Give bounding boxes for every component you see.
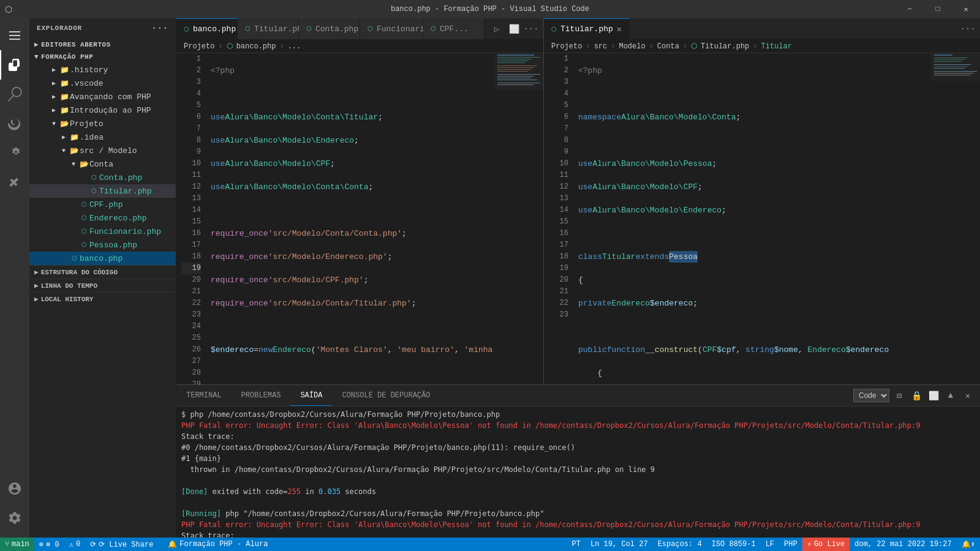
sidebar-item-vscode[interactable]: ▶ 📁 .vscode [29,77,176,90]
terminal-area: TERMINAL PROBLEMAS SAÍDA CONSOLE DE DEPU… [176,384,980,538]
warnings-item[interactable]: ⚠ 0 [64,538,85,551]
sidebar-item-pessoa-php[interactable]: ▶ ⬡ Pessoa.php [29,238,176,252]
terminal-line: [Running] php "/home/contass/Dropbox2/Cu… [181,508,975,519]
right-editor-pane: ⬡ Titular.php ✕ ··· Projeto › src › [544,18,980,384]
php-file-icon: ⬡ [431,25,436,32]
more-actions-button[interactable]: ··· [960,21,975,36]
code-line: public function __construct(CPF $cpf, st… [578,344,926,356]
sidebar-item-conta-php[interactable]: ▶ ⬡ Conta.php [29,171,176,184]
local-history-header[interactable]: ▶ LOCAL HISTORY [29,293,176,305]
tab-debug-console[interactable]: CONSOLE DE DEPURAÇÃO [332,385,440,406]
sidebar-item-history[interactable]: ▶ 📁 .history [29,63,176,77]
tab-output[interactable]: SAÍDA [290,385,332,406]
more-actions-button[interactable]: ··· [524,21,538,36]
sidebar-item-src-modelo[interactable]: ▼ 📂 src / Modelo [29,144,176,157]
tab-banco-php[interactable]: ⬡ banco.php ✕ [176,18,238,39]
svg-rect-2 [9,39,20,40]
run-button[interactable]: ▷ [489,21,504,36]
locale-item[interactable]: PT [567,538,586,551]
close-terminal-button[interactable]: ✕ [960,388,975,403]
svg-rect-18 [494,53,543,90]
split-editor-button[interactable]: ⬜ [507,21,521,36]
errors-item[interactable]: ⊗ ⊗ 0 [34,538,64,551]
file-tree: ▶ 📁 .history ▶ 📁 .vscode ▶ 📁 Avançando c… [29,63,176,265]
sidebar-item-projeto[interactable]: ▼ 📂 Projeto [29,117,176,130]
git-icon: ⑂ [5,540,9,549]
tab-titular-php[interactable]: ⬡ Titular.php [238,18,299,39]
maximize-button[interactable]: □ [924,0,952,18]
sidebar-item-conta-folder[interactable]: ▼ 📂 Conta [29,157,176,171]
encoding-item[interactable]: ISO 8859-1 [707,538,761,551]
maximize-terminal-button[interactable]: ▲ [943,388,958,403]
git-branch-item[interactable]: ⑂ main [0,538,34,551]
minimap-left [494,53,543,384]
breadcrumb-modelo[interactable]: Modelo [619,42,645,51]
live-share-item[interactable]: ⟳ ⟳ Live Share [85,538,158,551]
clear-output-button[interactable]: ⊟ [892,388,907,403]
extensions-button[interactable] [0,168,29,197]
terminal-line: PHP Fatal error: Uncaught Error: Class '… [181,519,975,530]
explorer-button[interactable] [0,50,29,80]
language-item[interactable]: PHP [779,538,802,551]
search-button[interactable] [0,80,29,109]
tab-cpf-php[interactable]: ⬡ CPF... [423,18,484,39]
sidebar-item-idea[interactable]: ▶ 📁 .idea [29,130,176,144]
sidebar-item-titular-php[interactable]: ▶ ⬡ Titular.php [29,184,176,198]
lock-output-button[interactable]: 🔒 [909,388,924,403]
breadcrumb-conta[interactable]: Conta [657,42,679,51]
window-controls: − □ ✕ [895,0,980,18]
position-item[interactable]: Ln 19, Col 27 [586,538,653,551]
sidebar-item-banco-php[interactable]: ▶ ⬡ banco.php [29,252,176,265]
sidebar-item-endereco-php[interactable]: ▶ ⬡ Endereco.php [29,211,176,225]
open-editors-section[interactable]: ▶ EDITORES ABERTOS [29,38,176,51]
minimize-button[interactable]: − [895,0,924,18]
main-layout: EXPLORADOR ··· ▶ EDITORES ABERTOS ▼ FORM… [0,18,980,538]
breadcrumb-projeto-r[interactable]: Projeto [551,42,582,51]
breadcrumb-src[interactable]: src [594,42,608,51]
menu-button[interactable] [0,21,29,50]
source-control-button[interactable] [0,109,29,138]
go-live-item[interactable]: ⚡ Go Live [802,538,850,551]
debug-button[interactable] [0,138,29,168]
spaces-item[interactable]: Espaços: 4 [653,538,707,551]
breadcrumb-projeto[interactable]: Projeto [184,42,214,51]
formacao-item[interactable]: 🔔 Formação PHP - Alura [163,538,273,551]
chevron-down-icon: ▼ [49,121,59,127]
linha-header[interactable]: ▶ LINHA DO TEMPO [29,279,176,292]
accounts-button[interactable] [0,474,29,503]
code-content-left[interactable]: <?php use Alura\Banco\Modelo\Conta\Titul… [206,53,494,384]
tab-problems[interactable]: PROBLEMAS [232,385,291,406]
code-content-right[interactable]: <?php namespace Alura\Banco\Modelo\Conta… [573,53,931,384]
sidebar-item-cpf-php[interactable]: ▶ ⬡ CPF.php [29,198,176,211]
terminal-line: [Done] exited with code=255 in 0.035 sec… [181,486,975,497]
tab-actions-left: ▷ ⬜ ··· [484,18,543,39]
output-source-select[interactable]: Code [853,389,889,402]
chevron-right-icon: ▶ [59,133,69,141]
sidebar-item-funcionario-php[interactable]: ▶ ⬡ Funcionario.php [29,225,176,238]
project-section[interactable]: ▼ FORMAÇÃO PHP [29,51,176,63]
close-button[interactable]: ✕ [952,0,980,18]
tab-funcionario-php[interactable]: ⬡ Funcionario.php [360,18,423,39]
breadcrumb-class[interactable]: Titular [761,42,792,51]
sidebar-more-button[interactable]: ··· [151,23,168,33]
breadcrumb-ellipsis: ... [288,42,301,51]
tab-close-button[interactable]: ✕ [617,24,622,34]
local-history-section: ▶ LOCAL HISTORY [29,292,176,305]
breadcrumb-banco[interactable]: banco.php [236,42,276,51]
tab-conta-php[interactable]: ⬡ Conta.php [299,18,360,39]
line-numbers-right: 12345 678910 1112131415 1617181920 21222… [544,53,573,384]
estrutura-header[interactable]: ▶ ESTRUTURA DO CÓDIGO [29,266,176,279]
code-line: { [578,274,926,286]
split-terminal-button[interactable]: ⬜ [926,388,941,403]
sidebar-item-avancando[interactable]: ▶ 📁 Avançando com PHP [29,90,176,103]
vscode-icon: ⬡ [5,4,12,15]
line-ending-item[interactable]: LF [761,538,779,551]
tab-titular-right[interactable]: ⬡ Titular.php ✕ [544,18,630,39]
tab-terminal[interactable]: TERMINAL [176,385,232,406]
sidebar-item-intro[interactable]: ▶ 📁 Introdução ao PHP [29,103,176,117]
folder-icon: 📁 [59,106,70,115]
breadcrumb-titular[interactable]: Titular.php [701,42,749,51]
chevron-down-icon: ▼ [34,53,39,61]
settings-button[interactable] [0,503,29,533]
code-line: use Alura\Banco\Modelo\Endereco; [211,135,489,146]
